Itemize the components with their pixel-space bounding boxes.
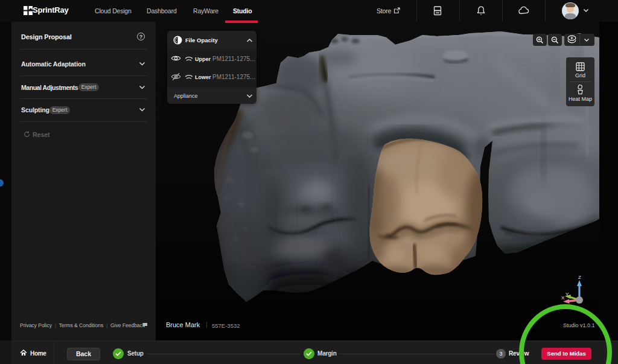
svg-text:X: X (561, 295, 565, 301)
svg-text:Z: Z (578, 275, 581, 280)
